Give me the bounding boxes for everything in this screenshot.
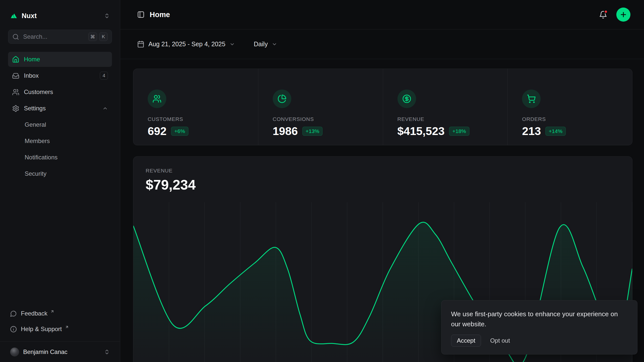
- sidebar: Nuxt Search... ⌘ K Home Inbox 4: [0, 0, 120, 362]
- stat-value: $415,523: [397, 125, 445, 138]
- cookie-actions: Accept Opt out: [451, 335, 628, 347]
- cart-icon: [522, 89, 541, 108]
- sub-item-label: Security: [25, 170, 47, 177]
- plus-icon: [620, 11, 627, 18]
- workspace-name: Nuxt: [22, 12, 37, 20]
- date-range-picker[interactable]: Aug 21, 2025 - Sep 4, 2025: [137, 40, 235, 48]
- chevrons-up-down-icon: [104, 13, 110, 19]
- workspace-switcher[interactable]: Nuxt: [8, 9, 112, 23]
- notification-dot: [604, 10, 608, 14]
- granularity-select[interactable]: Daily: [254, 40, 277, 48]
- search-shortcut: ⌘ K: [88, 32, 108, 41]
- stat-value: 1986: [273, 125, 298, 138]
- stat-label: ORDERS: [522, 116, 622, 122]
- stat-label: CONVERSIONS: [273, 116, 373, 122]
- sidebar-item-label: Settings: [24, 105, 46, 112]
- chevron-up-icon: [102, 106, 108, 111]
- help-support-label: Help & Support: [21, 326, 62, 333]
- search-placeholder: Search...: [23, 33, 47, 40]
- sub-item-label: General: [25, 121, 46, 128]
- revenue-chart-header: REVENUE $79,234: [133, 157, 632, 193]
- stat-value: 213: [522, 125, 541, 138]
- filters-toolbar: Aug 21, 2025 - Sep 4, 2025 Daily: [120, 29, 644, 59]
- date-range-value: Aug 21, 2025 - Sep 4, 2025: [148, 40, 225, 48]
- cookie-message: We use first-party cookies to enhance yo…: [451, 309, 628, 329]
- dollar-circle-icon: [397, 89, 416, 108]
- stat-revenue[interactable]: REVENUE $415,523 +18%: [383, 69, 508, 145]
- feedback-label: Feedback: [21, 310, 47, 317]
- external-link-icon: [65, 325, 69, 329]
- kbd-k: K: [99, 32, 108, 41]
- help-support-link[interactable]: Help & Support: [8, 322, 112, 336]
- avatar: [10, 347, 19, 356]
- stat-delta-badge: +18%: [449, 127, 469, 136]
- sidebar-item-general[interactable]: General: [8, 117, 112, 132]
- stat-customers[interactable]: CUSTOMERS 692 +6%: [133, 69, 258, 145]
- calendar-icon: [137, 40, 144, 48]
- pie-chart-icon: [273, 89, 291, 108]
- inbox-icon: [12, 72, 19, 79]
- stat-orders[interactable]: ORDERS 213 +14%: [507, 69, 632, 145]
- sidebar-item-label: Home: [24, 56, 40, 63]
- cookie-accept-button[interactable]: Accept: [451, 335, 481, 347]
- stat-delta-badge: +13%: [302, 127, 323, 136]
- stats-card: CUSTOMERS 692 +6% CONVERSIONS 1986 +13%: [133, 69, 632, 145]
- header-actions: [599, 8, 630, 22]
- info-circle-icon: [10, 326, 17, 333]
- users-icon: [12, 88, 19, 96]
- search-icon: [12, 33, 19, 40]
- cookie-banner: We use first-party cookies to enhance yo…: [441, 300, 637, 354]
- inbox-count-badge: 4: [100, 72, 108, 80]
- sub-item-label: Members: [25, 138, 50, 145]
- feedback-link[interactable]: Feedback: [8, 307, 112, 320]
- users-icon: [148, 89, 166, 108]
- page-header: Home: [120, 0, 644, 29]
- nuxt-logo-icon: [10, 12, 18, 20]
- sidebar-spacer: [8, 181, 112, 307]
- kbd-meta: ⌘: [88, 32, 97, 41]
- user-menu[interactable]: Benjamin Canac: [0, 341, 120, 362]
- sidebar-item-label: Inbox: [24, 72, 39, 79]
- chevrons-up-down-icon: [104, 349, 110, 355]
- gear-icon: [12, 105, 19, 112]
- stat-conversions[interactable]: CONVERSIONS 1986 +13%: [258, 69, 383, 145]
- sidebar-item-customers[interactable]: Customers: [8, 84, 112, 100]
- sub-item-label: Notifications: [25, 154, 58, 161]
- chevron-down-icon: [229, 41, 235, 47]
- sidebar-item-label: Customers: [24, 88, 53, 96]
- panel-left-icon: [137, 11, 145, 18]
- search-input[interactable]: Search... ⌘ K: [8, 30, 112, 44]
- sidebar-item-security[interactable]: Security: [8, 166, 112, 181]
- stat-delta-badge: +14%: [545, 127, 566, 136]
- chevron-down-icon: [272, 41, 277, 47]
- revenue-chart-value: $79,234: [146, 177, 632, 193]
- user-name: Benjamin Canac: [23, 348, 67, 355]
- sidebar-toggle-button[interactable]: [137, 11, 145, 18]
- message-bubble-icon: [10, 310, 17, 317]
- stat-value: 692: [148, 125, 167, 138]
- sidebar-footer-links: Feedback Help & Support: [8, 307, 112, 336]
- sidebar-nav: Home Inbox 4 Customers Settings Ge: [8, 52, 112, 181]
- sidebar-item-settings[interactable]: Settings: [8, 101, 112, 116]
- stat-label: CUSTOMERS: [148, 116, 248, 122]
- sidebar-item-inbox[interactable]: Inbox 4: [8, 68, 112, 83]
- cookie-optout-button[interactable]: Opt out: [490, 337, 510, 344]
- sidebar-item-home[interactable]: Home: [8, 52, 112, 67]
- granularity-value: Daily: [254, 40, 268, 48]
- add-button[interactable]: [616, 8, 630, 22]
- sidebar-item-members[interactable]: Members: [8, 133, 112, 149]
- page-title: Home: [150, 11, 170, 19]
- revenue-chart-label: REVENUE: [146, 168, 632, 174]
- notifications-button[interactable]: [599, 11, 607, 19]
- external-link-icon: [50, 309, 54, 313]
- sidebar-item-notifications[interactable]: Notifications: [8, 150, 112, 165]
- stat-label: REVENUE: [397, 116, 498, 122]
- home-icon: [12, 56, 19, 63]
- stat-delta-badge: +6%: [171, 127, 188, 136]
